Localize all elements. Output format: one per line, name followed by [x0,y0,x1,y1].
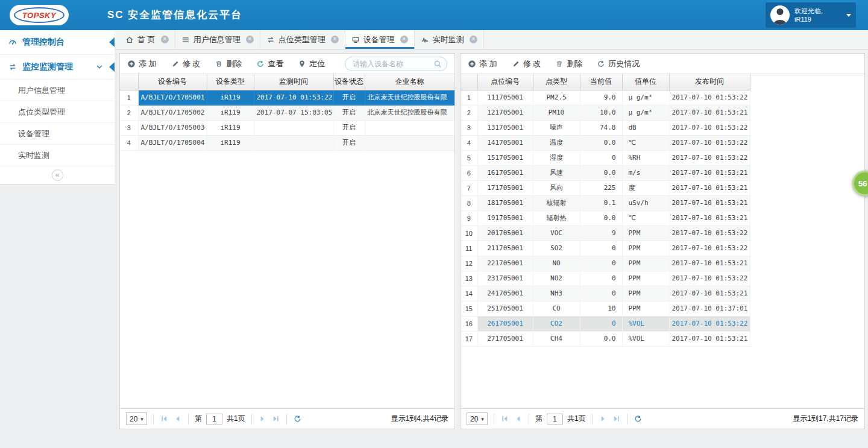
table-cell[interactable]: 191705001 [477,210,533,226]
table-cell[interactable]: PPM [622,256,669,271]
reload-icon[interactable] [634,414,643,423]
table-cell[interactable]: 2017-07-10 01:53:21 [669,165,750,180]
table-cell[interactable]: 0 [580,316,622,331]
tab-realtime[interactable]: 实时监测 × [415,30,484,49]
user-menu[interactable]: 欢迎光临, iR119 [766,2,856,28]
table-cell[interactable]: uSv/h [622,195,669,210]
table-cell[interactable]: 261705001 [477,316,533,331]
sidebar-item-realtime[interactable]: 实时监测 [0,145,115,166]
sidebar-item-point-type[interactable]: 点位类型管理 [0,101,115,123]
table-cell[interactable]: 2017-07-10 01:53:21 [669,286,750,301]
table-cell[interactable]: 2017-07-10 01:53:22 [669,120,750,135]
table-cell[interactable]: 2017-07-10 01:53:21 [669,210,750,226]
delete-button[interactable]: 删除 [215,58,242,69]
table-row[interactable]: 3131705001噪声74.8dB2017-07-10 01:53:22 [461,120,750,135]
column-header[interactable]: 企业名称 [365,74,454,90]
table-cell[interactable]: PPM [622,301,669,316]
table-cell[interactable]: PM2.5 [533,90,580,105]
table-cell[interactable]: 风向 [533,180,580,195]
close-icon[interactable]: × [161,36,169,43]
table-cell[interactable]: %VOL [622,331,669,346]
table-cell[interactable] [365,135,454,150]
table-row[interactable]: 4A/BJLT/O/1705004iR119开启 [120,135,454,150]
page-number-input[interactable] [206,414,222,424]
sidebar-item-user-info[interactable]: 用户信息管理 [0,80,115,101]
table-cell[interactable]: A/BJLT/O/1705003 [138,120,207,135]
table-cell[interactable]: 开启 [333,135,365,150]
table-row[interactable]: 15251705001CO10PPM2017-07-10 01:37:01 [461,301,750,316]
table-row[interactable]: 5151705001湿度0%RH2017-07-10 01:53:22 [461,150,750,165]
next-page-button[interactable] [599,414,608,423]
table-cell[interactable]: 2017-07-10 01:53:22 [669,226,750,241]
table-cell[interactable]: 开启 [333,120,365,135]
table-cell[interactable]: m/s [622,165,669,180]
table-row[interactable]: 2A/BJLT/O/1705002iR1192017-07-07 15:03:0… [120,105,454,120]
search-icon[interactable] [433,60,442,68]
tab-user-info[interactable]: 用户信息管理 × [175,30,260,49]
table-row[interactable]: 3A/BJLT/O/1705003iR119开启 [120,120,454,135]
table-cell[interactable]: 10.0 [580,105,622,120]
close-icon[interactable]: × [331,36,339,43]
table-cell[interactable]: CH4 [533,331,580,346]
table-row[interactable]: 7171705001风向225度2017-07-10 01:53:21 [461,180,750,195]
table-cell[interactable]: 2017-07-10 01:53:22 [254,90,333,105]
table-cell[interactable]: 141705001 [477,135,533,150]
tab-home[interactable]: 首 页 × [119,30,175,49]
column-header[interactable]: 设备编号 [138,74,207,90]
table-cell[interactable]: iR119 [207,135,254,150]
table-cell[interactable]: NO2 [533,271,580,286]
table-cell[interactable]: VOC [533,226,580,241]
table-cell[interactable]: 171705001 [477,180,533,195]
table-cell[interactable]: μ g/m³ [622,90,669,105]
page-size-select[interactable]: 20 ▾ [467,412,488,425]
table-cell[interactable]: 温度 [533,135,580,150]
last-page-button[interactable] [612,414,621,423]
close-icon[interactable]: × [470,36,477,43]
close-icon[interactable]: × [246,36,254,43]
table-row[interactable]: 12221705001NO0PPM2017-07-10 01:53:21 [461,256,750,271]
table-cell[interactable]: 111705001 [477,90,533,105]
delete-button[interactable]: 删除 [555,58,582,69]
table-cell[interactable]: 0.1 [580,195,622,210]
table-cell[interactable]: 2017-07-10 01:53:21 [669,256,750,271]
table-row[interactable]: 13231705001NO20PPM2017-07-10 01:53:22 [461,271,750,286]
table-cell[interactable]: 251705001 [477,301,533,316]
table-row[interactable]: 9191705001辐射热0.0℃2017-07-10 01:53:21 [461,210,750,226]
table-cell[interactable]: 噪声 [533,120,580,135]
table-cell[interactable]: 北京麦天世纪控股股份有限 [365,90,454,105]
table-row[interactable]: 11211705001SO20PPM2017-07-10 01:53:22 [461,241,750,256]
table-cell[interactable]: 231705001 [477,271,533,286]
table-row[interactable]: 4141705001温度0.0℃2017-07-10 01:53:22 [461,135,750,150]
table-cell[interactable]: 2017-07-10 01:53:22 [669,241,750,256]
table-cell[interactable]: 10 [580,301,622,316]
edit-button[interactable]: 修 改 [512,58,541,69]
table-row[interactable]: 17271705001CH40.0%VOL2017-07-10 01:53:21 [461,331,750,346]
table-cell[interactable]: 辐射热 [533,210,580,226]
last-page-button[interactable] [271,414,280,423]
table-cell[interactable]: 0 [580,286,622,301]
table-cell[interactable]: CO2 [533,316,580,331]
table-cell[interactable]: iR119 [207,90,254,105]
table-cell[interactable]: 北京麦天世纪控股股份有限 [365,105,454,120]
sidebar-collapse-button[interactable]: « [0,166,115,184]
table-row[interactable]: 1A/BJLT/O/1705001iR1192017-07-10 01:53:2… [120,90,454,105]
table-cell[interactable]: NO [533,256,580,271]
close-icon[interactable]: × [400,36,408,43]
column-header[interactable]: 发布时间 [669,74,750,90]
page-size-select[interactable]: 20 ▾ [126,412,147,425]
table-cell[interactable]: iR119 [207,120,254,135]
sidebar-item-dashboard[interactable]: 管理控制台 [0,30,115,55]
column-header[interactable]: 值单位 [622,74,669,90]
column-header[interactable]: 点类型 [533,74,580,90]
table-cell[interactable]: 开启 [333,90,365,105]
table-row[interactable]: 16261705001CO20%VOL2017-07-10 01:53:22 [461,316,750,331]
add-button[interactable]: 添 加 [468,58,497,69]
table-cell[interactable]: 0.0 [580,331,622,346]
table-cell[interactable]: dB [622,120,669,135]
table-cell[interactable]: CO [533,301,580,316]
table-cell[interactable]: PPM [622,271,669,286]
table-cell[interactable]: 121705001 [477,105,533,120]
column-header[interactable]: 设备类型 [207,74,254,90]
table-cell[interactable]: 225 [580,180,622,195]
table-cell[interactable]: ℃ [622,210,669,226]
